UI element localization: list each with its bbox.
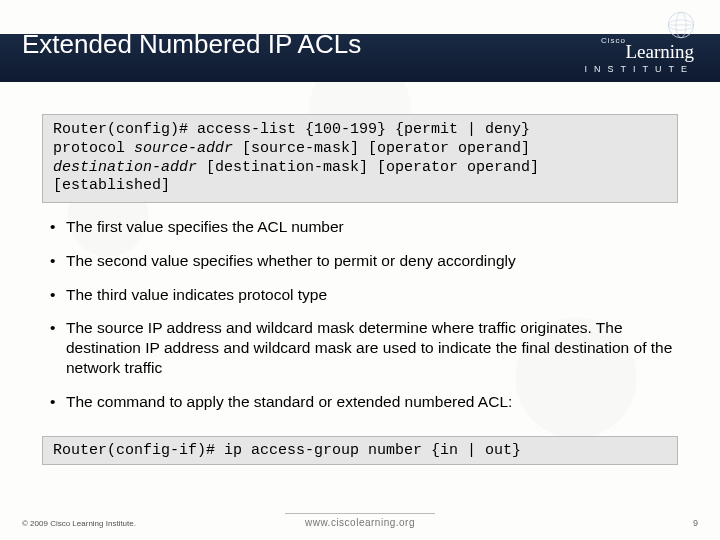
slide-header: Extended Numbered IP ACLs Cisco Learning… xyxy=(0,0,720,90)
code-text: [destination-mask] [operator operand] xyxy=(197,159,539,176)
cisco-learning-logo: Cisco Learning INSTITUTE xyxy=(582,6,702,86)
code-text: [established] xyxy=(53,177,170,194)
syntax-box-2: Router(config-if)# ip access-group numbe… xyxy=(42,436,678,465)
globe-icon xyxy=(664,8,698,42)
footer-url: www.ciscolearning.org xyxy=(305,517,415,528)
slide-content: Router(config)# access-list {100-199} {p… xyxy=(0,90,720,465)
code-text: Router(config)# access-list {100-199} {p… xyxy=(53,121,530,138)
logo-line1: Learning xyxy=(625,41,694,63)
code-italic: destination-addr xyxy=(53,159,197,176)
code-text: protocol xyxy=(53,140,134,157)
logo-brand: Cisco xyxy=(601,36,626,45)
bullet-item: The second value specifies whether to pe… xyxy=(46,251,674,271)
code-text: Router(config-if)# ip access-group numbe… xyxy=(53,442,521,459)
slide-footer: © 2009 Cisco Learning Institute. www.cis… xyxy=(0,508,720,530)
bullet-list: The first value specifies the ACL number… xyxy=(42,203,678,436)
bullet-item: The third value indicates protocol type xyxy=(46,285,674,305)
code-text: [source-mask] [operator operand] xyxy=(233,140,530,157)
slide-title: Extended Numbered IP ACLs xyxy=(0,29,361,60)
bullet-item: The source IP address and wildcard mask … xyxy=(46,318,674,377)
code-italic: source-addr xyxy=(134,140,233,157)
footer-divider xyxy=(285,513,435,514)
page-number: 9 xyxy=(693,518,698,528)
bullet-item: The first value specifies the ACL number xyxy=(46,217,674,237)
logo-line2: INSTITUTE xyxy=(585,64,695,74)
syntax-box-1: Router(config)# access-list {100-199} {p… xyxy=(42,114,678,203)
copyright-text: © 2009 Cisco Learning Institute. xyxy=(22,519,136,528)
bullet-item: The command to apply the standard or ext… xyxy=(46,392,674,412)
